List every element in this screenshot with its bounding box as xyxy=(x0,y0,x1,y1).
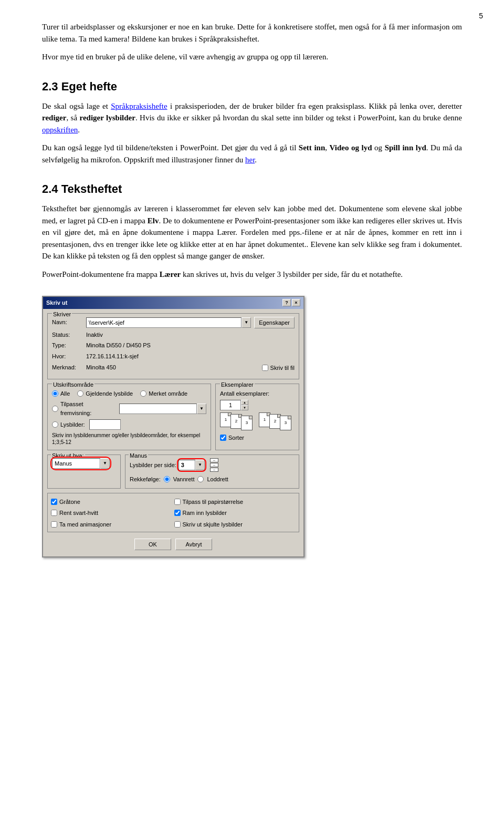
slides-per-side-combo[interactable]: ▼ xyxy=(178,460,205,470)
rent-label: Rent svart-hvitt xyxy=(59,509,98,518)
skriv-til-fil-row: Skriv til fil xyxy=(262,364,295,373)
dialog-wrapper: Skriv ut ? × Skriver Navn: ▼ Egenskaper xyxy=(42,296,462,557)
lysbilder-hint: Skriv inn lysbildenummer og/eller lysbil… xyxy=(52,432,206,446)
type-row: Type: Minolta Di550 / Di450 PS xyxy=(52,341,295,350)
sprakpraksishefte-link[interactable]: Språkpraksishefte xyxy=(111,102,167,110)
page-icon-4: 1 xyxy=(259,412,270,427)
gjeldende-radio[interactable] xyxy=(77,390,83,397)
skriv-til-fil-checkbox[interactable] xyxy=(262,365,268,371)
dialog-title: Skriv ut xyxy=(46,298,67,307)
gråtone-checkbox[interactable] xyxy=(51,499,57,505)
section-heading-2-4: 2.4 Tekstheftet xyxy=(42,180,462,198)
type-label: Type: xyxy=(52,341,86,350)
tilpass-label: Tilpass til papirstørrelse xyxy=(183,498,244,507)
lysbilder-radio[interactable] xyxy=(52,421,58,428)
page-icon-1: 1 xyxy=(220,412,232,427)
manus-combo[interactable]: ▼ xyxy=(52,458,110,469)
lysbilder-per-side-row: Lysbilder per side: ▼ ─ ─ xyxy=(130,458,295,472)
navn-dropdown-btn[interactable]: ▼ xyxy=(242,317,251,328)
page-icon-2: 2 xyxy=(230,414,242,429)
help-button[interactable]: ? xyxy=(282,299,291,306)
tilpasset-input[interactable] xyxy=(119,404,197,414)
paragraph-1: Turer til arbeidsplasser og ekskursjoner… xyxy=(42,21,462,45)
p4-bold-1: Sett inn xyxy=(299,143,325,152)
her-link[interactable]: her xyxy=(245,156,255,164)
ok-cancel-row: OK Avbryt xyxy=(47,536,299,552)
ram-row: Ram inn lysbilder xyxy=(174,509,296,518)
navn-input[interactable] xyxy=(86,317,242,328)
animasjoner-checkbox[interactable] xyxy=(51,521,57,528)
alle-row: Alle Gjeldende lysbilde Merket område xyxy=(52,389,206,398)
tilpasset-dropdown-btn[interactable]: ▼ xyxy=(197,404,206,414)
slides-per-side-input[interactable] xyxy=(178,460,195,470)
navn-combo[interactable]: ▼ xyxy=(86,317,251,328)
gråtone-label: Gråtone xyxy=(59,498,80,507)
spinner-buttons: ▲ ▼ xyxy=(241,400,248,410)
p4-text-5: . xyxy=(255,156,257,164)
ram-label: Ram inn lysbilder xyxy=(183,509,227,518)
page-icon-3: 3 xyxy=(241,416,253,430)
antall-input[interactable] xyxy=(220,400,241,410)
p3-text-4: . Hvis du ikke er sikker på hvordan du s… xyxy=(135,113,462,122)
rekkefølge-row: Rekkefølge: Vannrett Loddrett xyxy=(130,475,295,484)
rent-row: Rent svart-hvitt xyxy=(51,509,173,518)
bottom-checkboxes: Gråtone Tilpass til papirstørrelse Rent … xyxy=(47,493,299,533)
navn-row: Navn: ▼ Egenskaper xyxy=(52,317,295,328)
avbryt-button[interactable]: Avbryt xyxy=(175,539,212,550)
ram-checkbox[interactable] xyxy=(174,510,181,516)
vannrett-label: Vannrett xyxy=(173,475,195,484)
paragraph-5: Tekstheftet bør gjennomgås av læreren i … xyxy=(42,203,462,262)
alle-radio[interactable] xyxy=(52,390,58,397)
manus-combo-container: ▼ xyxy=(52,458,110,469)
tilpasset-radio[interactable] xyxy=(52,406,58,412)
hvor-label: Hvor: xyxy=(52,352,86,361)
manus-group: Manus Lysbilder per side: ▼ xyxy=(125,455,299,489)
page-number: 5 xyxy=(479,11,483,22)
merket-radio[interactable] xyxy=(140,390,146,397)
p3-text-1: De skal også lage et xyxy=(42,102,111,110)
p3-text-5: . xyxy=(78,126,80,134)
paragraph-2: Hvor mye tid en bruker på de ulike delen… xyxy=(42,51,462,63)
egenskaper-button[interactable]: Egenskaper xyxy=(254,317,295,328)
copy-icon-group-1: 1 2 3 xyxy=(220,412,253,430)
columns-layout: Utskriftsområde Alle Gjeldende lysbilde … xyxy=(47,384,299,455)
close-button[interactable]: × xyxy=(292,299,300,306)
skjulte-label: Skriv ut skjulte lysbilder xyxy=(183,520,243,529)
p6-text-2: kan skrives ut, hvis du velger 3 lysbild… xyxy=(181,270,403,278)
skjulte-checkbox[interactable] xyxy=(174,521,181,528)
rent-checkbox[interactable] xyxy=(51,510,57,516)
elv-bold: Elv xyxy=(148,216,159,225)
navn-label: Navn: xyxy=(52,318,86,327)
paragraph-4: Du kan også legge lyd til bildene/tekste… xyxy=(42,142,462,166)
print-dialog: Skriv ut ? × Skriver Navn: ▼ Egenskaper xyxy=(42,296,304,557)
manus-legend: Manus xyxy=(129,451,148,460)
side-icon-3: ─ xyxy=(210,468,218,472)
printer-group: Skriver Navn: ▼ Egenskaper Status: Inakt… xyxy=(47,313,299,379)
sorter-checkbox[interactable] xyxy=(220,435,226,441)
oppskriften-link[interactable]: oppskriften xyxy=(42,126,78,134)
manus-dropdown-btn[interactable]: ▼ xyxy=(100,458,110,469)
p3-bold-1: rediger xyxy=(42,113,66,122)
loddrett-radio[interactable] xyxy=(197,476,204,482)
paragraph-3: De skal også lage et Språkpraksishefte i… xyxy=(42,100,462,136)
tilpasset-combo[interactable]: ▼ xyxy=(119,404,206,414)
section-heading-2-3: 2.3 Eget hefte xyxy=(42,78,462,95)
lysbilder-input[interactable] xyxy=(89,419,121,430)
spin-down-btn[interactable]: ▼ xyxy=(241,405,248,410)
ok-button[interactable]: OK xyxy=(134,539,171,550)
p4-bold-3: Spill inn lyd xyxy=(385,143,426,152)
eksemplarer-legend: Eksemplarer xyxy=(220,380,255,389)
vannrett-radio[interactable] xyxy=(164,476,170,482)
lysbilder-row: Lysbilder: xyxy=(52,419,206,430)
animasjoner-row: Ta med animasjoner xyxy=(51,520,173,529)
page-icon-5: 2 xyxy=(269,414,281,429)
merket-label: Merket område xyxy=(149,389,187,398)
merknad-value: Minolta 450 xyxy=(86,363,262,372)
spin-up-btn[interactable]: ▲ xyxy=(241,400,248,405)
dialog-titlebar: Skriv ut ? × xyxy=(43,297,303,309)
manus-input[interactable] xyxy=(52,458,100,469)
tilpass-checkbox[interactable] xyxy=(174,499,181,505)
sorter-row: Sorter xyxy=(220,433,295,442)
utskrift-legend: Utskriftsområde xyxy=(52,380,94,389)
slides-per-side-dropdown-btn[interactable]: ▼ xyxy=(195,460,205,470)
